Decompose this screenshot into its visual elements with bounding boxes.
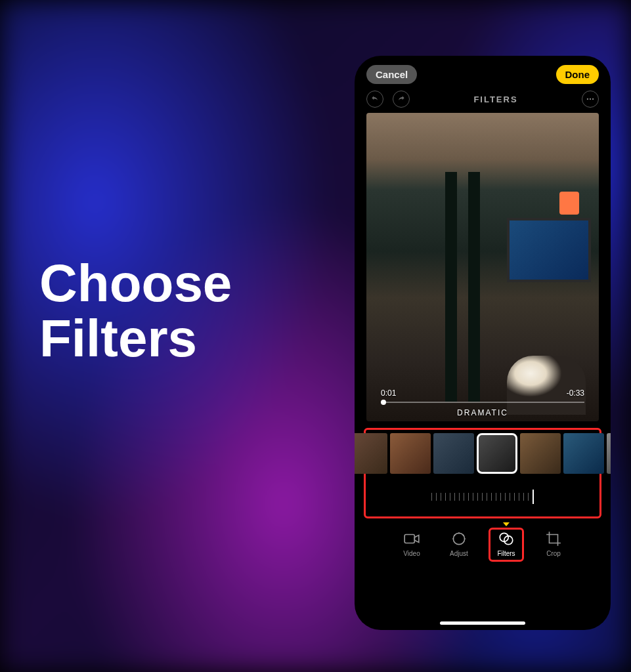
tab-label: Adjust — [450, 550, 468, 557]
current-filter-label: DRAMATIC — [366, 408, 599, 417]
time-readout: 0:01 -0:33 — [381, 388, 584, 398]
filter-thumbnail[interactable] — [433, 433, 474, 474]
tab-label: Video — [403, 550, 420, 557]
done-button[interactable]: Done — [556, 65, 599, 84]
crop-icon — [545, 530, 562, 547]
adjust-icon — [450, 530, 468, 547]
tab-crop[interactable]: Crop — [536, 526, 571, 561]
time-elapsed: 0:01 — [381, 388, 396, 398]
editor-subbar: FILTERS — [355, 88, 611, 113]
top-toolbar: Cancel Done — [355, 56, 611, 88]
tab-label: Crop — [546, 550, 561, 557]
slider-handle[interactable] — [533, 490, 534, 504]
preview-decoration — [507, 356, 586, 415]
video-preview[interactable]: 0:01 -0:33 DRAMATIC — [366, 113, 599, 421]
tab-video[interactable]: Video — [395, 526, 429, 561]
time-remaining: -0:33 — [567, 388, 584, 398]
ellipsis-icon — [586, 94, 595, 104]
headline-line-2: Filters — [39, 311, 232, 366]
svg-point-2 — [592, 98, 594, 100]
filter-thumbnail[interactable] — [607, 433, 611, 474]
mode-title: FILTERS — [419, 94, 573, 104]
filter-picker-zone — [362, 428, 603, 518]
svg-point-9 — [452, 538, 454, 539]
video-icon — [403, 530, 420, 547]
headline-line-1: Choose — [39, 256, 232, 311]
undo-icon — [370, 94, 380, 104]
svg-point-6 — [462, 535, 464, 536]
preview-decoration — [468, 172, 480, 402]
svg-rect-3 — [404, 535, 414, 543]
svg-point-7 — [454, 535, 455, 536]
more-options-button[interactable] — [582, 91, 599, 108]
filter-thumbnail-strip[interactable] — [355, 433, 611, 476]
editor-tabs: Video Adjust Filters Crop — [355, 526, 611, 561]
redo-button[interactable] — [393, 91, 410, 108]
filter-thumbnail[interactable] — [520, 433, 561, 474]
phone-screenshot: Cancel Done FILTERS 0:01 -0:33 DRAMATIC — [355, 56, 611, 630]
svg-point-0 — [587, 98, 588, 100]
cancel-button[interactable]: Cancel — [366, 65, 417, 84]
filter-thumbnail[interactable] — [563, 433, 604, 474]
preview-decoration — [445, 172, 457, 402]
redo-icon — [397, 94, 406, 104]
tutorial-highlight-tab — [489, 528, 524, 562]
filter-thumbnail[interactable] — [355, 433, 387, 474]
tab-adjust[interactable]: Adjust — [442, 526, 476, 561]
instruction-headline: Choose Filters — [39, 256, 232, 366]
filter-thumbnail-selected[interactable] — [477, 433, 517, 474]
tab-filters[interactable]: Filters — [489, 526, 523, 561]
svg-point-5 — [458, 532, 460, 534]
undo-button[interactable] — [366, 91, 383, 108]
filter-intensity-slider[interactable] — [372, 487, 594, 507]
svg-point-1 — [590, 98, 591, 100]
svg-point-8 — [464, 538, 466, 539]
home-indicator[interactable] — [440, 621, 525, 625]
filter-thumbnail[interactable] — [390, 433, 431, 474]
playback-scrubber[interactable] — [381, 402, 584, 403]
